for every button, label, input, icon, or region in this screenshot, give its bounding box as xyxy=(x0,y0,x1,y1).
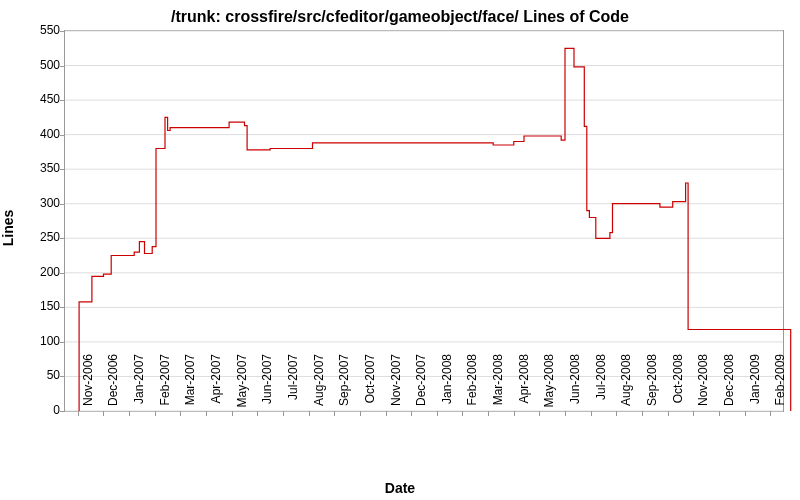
x-tick-label: Aug-2008 xyxy=(619,354,633,414)
y-tick-label: 100 xyxy=(24,334,60,348)
x-tick-label: Jan-2008 xyxy=(440,354,454,414)
y-tick-label: 550 xyxy=(24,23,60,37)
x-tick-label: Apr-2008 xyxy=(517,354,531,414)
x-tick-label: Feb-2008 xyxy=(465,354,479,414)
y-tick-label: 50 xyxy=(24,368,60,382)
y-tick-label: 450 xyxy=(24,92,60,106)
x-tick-label: Jun-2007 xyxy=(260,354,274,414)
chart-container: /trunk: crossfire/src/cfeditor/gameobjec… xyxy=(0,0,800,500)
chart-title: /trunk: crossfire/src/cfeditor/gameobjec… xyxy=(0,8,800,26)
x-tick-label: Nov-2008 xyxy=(696,354,710,414)
x-tick-label: Jul-2007 xyxy=(286,354,300,414)
x-tick-label: Dec-2006 xyxy=(106,354,120,414)
x-tick-label: Jul-2008 xyxy=(594,354,608,414)
x-axis-label: Date xyxy=(0,480,800,496)
x-tick-label: Aug-2007 xyxy=(312,354,326,414)
x-tick-label: Feb-2009 xyxy=(773,354,787,414)
x-tick-label: Nov-2007 xyxy=(389,354,403,414)
x-tick-label: Dec-2008 xyxy=(722,354,736,414)
x-tick-label: Oct-2008 xyxy=(671,354,685,414)
x-tick-label: May-2007 xyxy=(235,354,249,414)
x-tick-label: Jan-2009 xyxy=(748,354,762,414)
x-tick-label: Jan-2007 xyxy=(132,354,146,414)
y-tick-label: 400 xyxy=(24,127,60,141)
x-tick-label: Sep-2007 xyxy=(337,354,351,414)
y-tick-label: 500 xyxy=(24,58,60,72)
y-tick-label: 350 xyxy=(24,161,60,175)
x-tick-label: Dec-2007 xyxy=(414,354,428,414)
x-tick-label: Nov-2006 xyxy=(81,354,95,414)
x-tick-label: Mar-2008 xyxy=(491,354,505,414)
y-axis-label: Lines xyxy=(0,210,16,247)
y-tick-label: 250 xyxy=(24,230,60,244)
x-tick-label: Apr-2007 xyxy=(209,354,223,414)
y-tick-label: 300 xyxy=(24,196,60,210)
x-tick-label: May-2008 xyxy=(542,354,556,414)
y-tick-label: 150 xyxy=(24,299,60,313)
x-tick-label: Sep-2008 xyxy=(645,354,659,414)
y-tick-label: 0 xyxy=(24,403,60,417)
x-tick-label: Jun-2008 xyxy=(568,354,582,414)
x-tick-label: Feb-2007 xyxy=(158,354,172,414)
y-tick-label: 200 xyxy=(24,265,60,279)
x-tick-label: Oct-2007 xyxy=(363,354,377,414)
x-tick-label: Mar-2007 xyxy=(183,354,197,414)
